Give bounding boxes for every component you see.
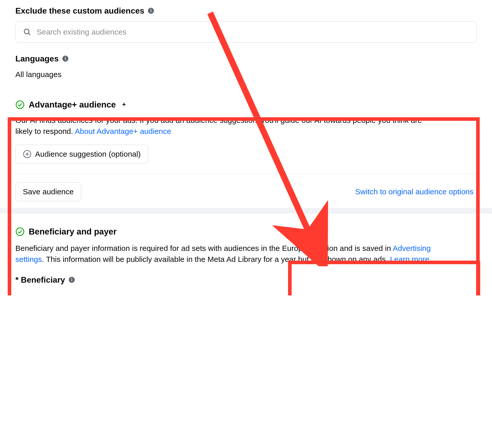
beneficiary-text-1: Beneficiary and payer information is req… [15,244,393,252]
audience-suggestion-label: Audience suggestion (optional) [35,150,141,158]
info-icon[interactable] [147,7,155,14]
info-icon[interactable] [68,276,75,283]
beneficiary-text-2: . This information will be publicly avai… [42,255,390,263]
svg-point-3 [24,29,29,34]
advantage-audience-description: Our AI finds audiences for your ads. If … [15,115,441,137]
beneficiary-payer-title: Beneficiary and payer [29,226,117,238]
svg-rect-6 [65,58,66,60]
search-icon [23,28,32,36]
svg-line-4 [28,33,30,35]
beneficiary-field-label: * Beneficiary [15,274,477,286]
languages-value: All languages [15,69,477,80]
exclude-audiences-label-text: Exclude these custom audiences [15,5,144,17]
svg-rect-1 [151,10,151,12]
beneficiary-payer-header: Beneficiary and payer [15,226,477,238]
languages-label: Languages [15,53,477,65]
sparkle-icon [121,102,127,108]
beneficiary-field-text: * Beneficiary [15,274,65,286]
exclude-audiences-input[interactable] [37,28,469,36]
svg-point-12 [16,228,24,236]
advantage-audience-card: Advantage+ audience Our AI finds audienc… [15,90,477,204]
svg-point-2 [151,9,151,10]
advantage-audience-title: Advantage+ audience [29,99,116,111]
check-circle-icon [15,227,25,236]
audience-suggestion-button[interactable]: Audience suggestion (optional) [15,145,148,164]
save-audience-label: Save audience [23,187,74,196]
save-audience-button[interactable]: Save audience [15,182,81,201]
svg-point-7 [65,57,66,58]
exclude-audiences-label: Exclude these custom audiences [15,5,477,17]
svg-rect-14 [71,279,72,281]
card-divider [15,174,477,174]
svg-point-15 [71,278,72,279]
section-divider-strip [0,208,492,214]
check-circle-icon [15,100,25,109]
svg-point-8 [16,101,24,109]
languages-label-text: Languages [15,53,59,65]
exclude-audiences-search[interactable] [15,21,477,43]
learn-more-link[interactable]: Learn more [390,255,429,263]
plus-circle-icon [23,150,32,158]
beneficiary-payer-description: Beneficiary and payer information is req… [15,243,446,265]
info-icon[interactable] [62,55,69,62]
switch-audience-options-link[interactable]: Switch to original audience options [352,185,477,199]
about-advantage-link[interactable]: About Advantage+ audience [75,127,171,135]
